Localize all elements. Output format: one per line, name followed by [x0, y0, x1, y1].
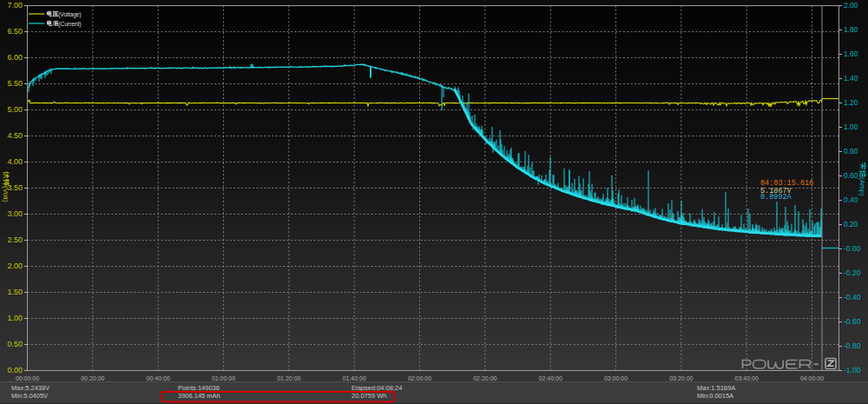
- svg-text:Max:5.2438V: Max:5.2438V: [11, 384, 49, 392]
- svg-text:00:00:00: 00:00:00: [16, 375, 39, 381]
- svg-text:1.20: 1.20: [844, 98, 858, 107]
- svg-text:01:20:00: 01:20:00: [277, 375, 300, 381]
- svg-text:02:40:00: 02:40:00: [539, 375, 562, 381]
- svg-text:0.60: 0.60: [844, 171, 858, 180]
- svg-text:-0.20: -0.20: [844, 268, 861, 277]
- svg-text:-0.00: -0.00: [844, 244, 861, 253]
- svg-text:-0.80: -0.80: [844, 341, 861, 350]
- svg-text:5.50: 5.50: [7, 79, 23, 88]
- svg-text:2.00: 2.00: [7, 262, 23, 270]
- svg-text:03:00:00: 03:00:00: [604, 375, 628, 381]
- svg-text:Min:5.0405V: Min:5.0405V: [11, 392, 48, 400]
- svg-text:20.0759 Wh: 20.0759 Wh: [352, 392, 386, 400]
- svg-text:6.00: 6.00: [7, 53, 23, 62]
- svg-text:03:40:00: 03:40:00: [735, 375, 759, 381]
- svg-text:02:00:00: 02:00:00: [408, 375, 431, 381]
- svg-text:Min:0.0015A: Min:0.0015A: [697, 392, 733, 400]
- svg-text:(Current): (Current): [58, 21, 81, 28]
- svg-text:2.50: 2.50: [7, 235, 23, 244]
- svg-text:04:00:00: 04:00:00: [800, 375, 824, 381]
- svg-text:Max:1.5169A: Max:1.5169A: [697, 384, 735, 392]
- svg-text:3.00: 3.00: [7, 209, 23, 218]
- svg-text:3906.145 mAh: 3906.145 mAh: [178, 392, 220, 400]
- svg-text:1.40: 1.40: [844, 74, 858, 83]
- svg-text:03:20:00: 03:20:00: [669, 375, 693, 381]
- svg-text:01:40:00: 01:40:00: [343, 375, 366, 381]
- svg-text:01:00:00: 01:00:00: [212, 375, 235, 381]
- svg-text:00:20:00: 00:20:00: [81, 375, 104, 381]
- svg-text:4.50: 4.50: [7, 131, 23, 140]
- svg-text:1.80: 1.80: [844, 25, 858, 34]
- svg-text:1.60: 1.60: [844, 50, 858, 58]
- svg-text:0.40: 0.40: [844, 195, 858, 204]
- svg-text:2.00: 2.00: [844, 1, 858, 10]
- svg-text:6.50: 6.50: [7, 27, 23, 36]
- svg-text:0.50: 0.50: [7, 340, 23, 348]
- svg-text:Elapsed:04:08:24: Elapsed:04:08:24: [352, 384, 402, 392]
- svg-text:4.00: 4.00: [7, 157, 23, 166]
- svg-text:1.00: 1.00: [844, 123, 858, 131]
- svg-text:1.50: 1.50: [7, 288, 23, 296]
- svg-text:0.00: 0.00: [7, 366, 23, 374]
- svg-text:0.80: 0.80: [844, 147, 858, 156]
- svg-text:-1.00: -1.00: [844, 366, 861, 374]
- svg-text:00:40:00: 00:40:00: [147, 375, 170, 381]
- svg-text:1.00: 1.00: [7, 314, 23, 322]
- svg-text:-0.40: -0.40: [844, 293, 861, 301]
- svg-text:02:20:00: 02:20:00: [473, 375, 496, 381]
- svg-text:(Amp): (Amp): [858, 177, 866, 196]
- svg-text:0.20: 0.20: [844, 220, 858, 228]
- svg-text:(Volt): (Volt): [2, 186, 10, 202]
- svg-text:5.00: 5.00: [7, 105, 23, 114]
- svg-text:Points:149036: Points:149036: [178, 384, 220, 392]
- svg-text:-0.60: -0.60: [844, 317, 861, 326]
- svg-text:0.0992A: 0.0992A: [760, 193, 792, 202]
- svg-text:(Voltage): (Voltage): [58, 11, 81, 18]
- svg-text:7.00: 7.00: [7, 1, 23, 10]
